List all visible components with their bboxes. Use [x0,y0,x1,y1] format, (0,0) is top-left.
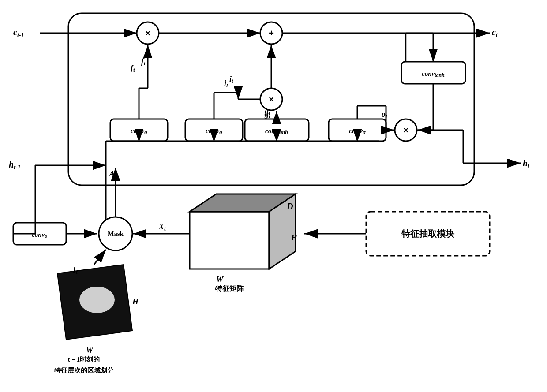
diagram-container: ct-1 ct × + ft it × gt convσ convσ [0,0,547,392]
label-H-3d: H [291,233,298,242]
label-xt: Xt [158,222,166,232]
label-time-desc-2: 特征层次的区域划分 [54,367,114,374]
multiply-symbol-ot: × [403,125,408,135]
label-time-desc-1: t－1时刻的 [68,355,100,363]
label-H-img: H [132,297,139,306]
label-W-img: W [86,346,94,355]
feature-matrix-front [190,212,269,269]
label-h-t: ht [523,158,530,169]
label-h-t-minus-1: ht-1 [9,160,21,171]
label-ft-arrow: ft [131,63,135,73]
label-c-t-minus-1: ct-1 [13,27,24,38]
label-it-image: It [72,265,78,275]
label-c-t: ct [492,27,498,38]
label-it: it [229,75,233,84]
label-ft: ft [141,57,146,67]
mask-label: Mask [108,230,124,237]
image-blob [79,287,115,313]
svg-line-40 [94,250,106,265]
label-it-arrow: it [224,79,228,89]
multiply-symbol-it: × [269,94,274,104]
label-feature-extraction: 特征抽取模块 [401,229,455,239]
multiply-symbol-ft: × [145,28,150,38]
label-feature-matrix: 特征矩阵 [215,285,244,292]
label-W-3d: W [216,275,224,284]
plus-symbol: + [269,28,274,38]
label-D: D [286,202,293,211]
